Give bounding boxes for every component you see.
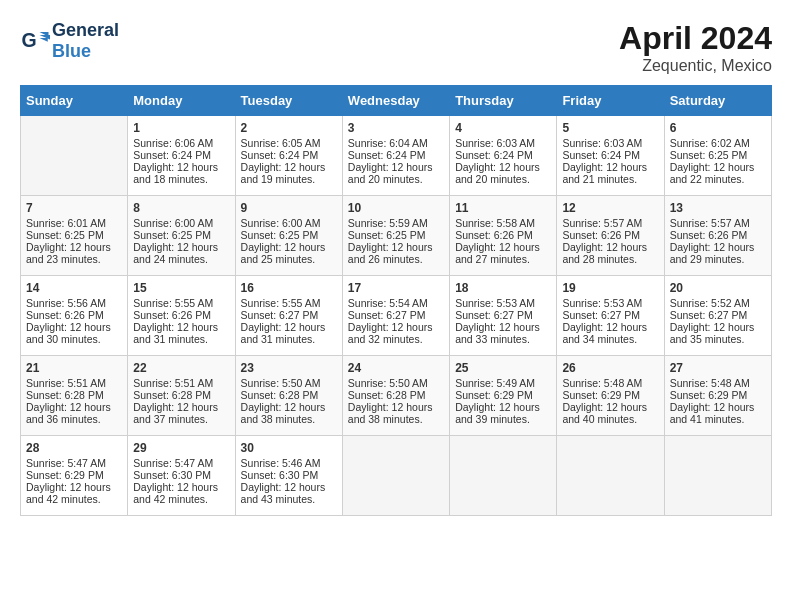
sunset-text: Sunset: 6:26 PM [670,229,748,241]
title-block: April 2024 Zequentic, Mexico [619,20,772,75]
calendar-cell: 24Sunrise: 5:50 AMSunset: 6:28 PMDayligh… [342,356,449,436]
svg-text:G: G [22,29,37,51]
sunset-text: Sunset: 6:26 PM [562,229,640,241]
calendar-cell: 12Sunrise: 5:57 AMSunset: 6:26 PMDayligh… [557,196,664,276]
day-number: 5 [562,121,658,135]
col-header-thursday: Thursday [450,86,557,116]
sunset-text: Sunset: 6:29 PM [455,389,533,401]
col-header-wednesday: Wednesday [342,86,449,116]
daylight-text: Daylight: 12 hours and 22 minutes. [670,161,755,185]
sunrise-text: Sunrise: 6:02 AM [670,137,750,149]
calendar-cell: 27Sunrise: 5:48 AMSunset: 6:29 PMDayligh… [664,356,771,436]
calendar-cell: 9Sunrise: 6:00 AMSunset: 6:25 PMDaylight… [235,196,342,276]
sunrise-text: Sunrise: 5:46 AM [241,457,321,469]
sunrise-text: Sunrise: 5:59 AM [348,217,428,229]
sunrise-text: Sunrise: 5:52 AM [670,297,750,309]
day-number: 23 [241,361,337,375]
sunrise-text: Sunrise: 5:55 AM [133,297,213,309]
calendar-cell: 19Sunrise: 5:53 AMSunset: 6:27 PMDayligh… [557,276,664,356]
calendar-week-row: 28Sunrise: 5:47 AMSunset: 6:29 PMDayligh… [21,436,772,516]
daylight-text: Daylight: 12 hours and 19 minutes. [241,161,326,185]
sunset-text: Sunset: 6:29 PM [670,389,748,401]
day-number: 28 [26,441,122,455]
calendar-cell: 28Sunrise: 5:47 AMSunset: 6:29 PMDayligh… [21,436,128,516]
sunrise-text: Sunrise: 6:00 AM [241,217,321,229]
calendar-cell: 29Sunrise: 5:47 AMSunset: 6:30 PMDayligh… [128,436,235,516]
sunrise-text: Sunrise: 5:54 AM [348,297,428,309]
calendar-cell: 20Sunrise: 5:52 AMSunset: 6:27 PMDayligh… [664,276,771,356]
svg-marker-4 [40,38,48,42]
sunset-text: Sunset: 6:28 PM [133,389,211,401]
sunset-text: Sunset: 6:26 PM [133,309,211,321]
day-number: 18 [455,281,551,295]
sunrise-text: Sunrise: 5:53 AM [562,297,642,309]
daylight-text: Daylight: 12 hours and 21 minutes. [562,161,647,185]
sunset-text: Sunset: 6:30 PM [241,469,319,481]
calendar-cell: 17Sunrise: 5:54 AMSunset: 6:27 PMDayligh… [342,276,449,356]
calendar-cell: 21Sunrise: 5:51 AMSunset: 6:28 PMDayligh… [21,356,128,436]
daylight-text: Daylight: 12 hours and 32 minutes. [348,321,433,345]
sunset-text: Sunset: 6:30 PM [133,469,211,481]
sunset-text: Sunset: 6:24 PM [348,149,426,161]
daylight-text: Daylight: 12 hours and 43 minutes. [241,481,326,505]
daylight-text: Daylight: 12 hours and 20 minutes. [348,161,433,185]
calendar-cell [664,436,771,516]
daylight-text: Daylight: 12 hours and 20 minutes. [455,161,540,185]
sunset-text: Sunset: 6:26 PM [26,309,104,321]
day-number: 1 [133,121,229,135]
calendar-cell [450,436,557,516]
day-number: 30 [241,441,337,455]
calendar-header-row: SundayMondayTuesdayWednesdayThursdayFrid… [21,86,772,116]
daylight-text: Daylight: 12 hours and 24 minutes. [133,241,218,265]
day-number: 2 [241,121,337,135]
day-number: 24 [348,361,444,375]
daylight-text: Daylight: 12 hours and 31 minutes. [241,321,326,345]
sunset-text: Sunset: 6:24 PM [455,149,533,161]
sunrise-text: Sunrise: 5:58 AM [455,217,535,229]
daylight-text: Daylight: 12 hours and 25 minutes. [241,241,326,265]
daylight-text: Daylight: 12 hours and 40 minutes. [562,401,647,425]
daylight-text: Daylight: 12 hours and 23 minutes. [26,241,111,265]
sunrise-text: Sunrise: 5:49 AM [455,377,535,389]
calendar-cell: 25Sunrise: 5:49 AMSunset: 6:29 PMDayligh… [450,356,557,436]
day-number: 17 [348,281,444,295]
calendar-cell: 3Sunrise: 6:04 AMSunset: 6:24 PMDaylight… [342,116,449,196]
calendar-cell: 16Sunrise: 5:55 AMSunset: 6:27 PMDayligh… [235,276,342,356]
sunrise-text: Sunrise: 5:57 AM [670,217,750,229]
sunrise-text: Sunrise: 5:56 AM [26,297,106,309]
day-number: 16 [241,281,337,295]
col-header-friday: Friday [557,86,664,116]
day-number: 8 [133,201,229,215]
sunrise-text: Sunrise: 6:03 AM [562,137,642,149]
calendar-table: SundayMondayTuesdayWednesdayThursdayFrid… [20,85,772,516]
sunset-text: Sunset: 6:27 PM [670,309,748,321]
daylight-text: Daylight: 12 hours and 18 minutes. [133,161,218,185]
page-header: G General Blue April 2024 Zequentic, Mex… [20,20,772,75]
calendar-cell [342,436,449,516]
calendar-cell: 4Sunrise: 6:03 AMSunset: 6:24 PMDaylight… [450,116,557,196]
daylight-text: Daylight: 12 hours and 39 minutes. [455,401,540,425]
daylight-text: Daylight: 12 hours and 31 minutes. [133,321,218,345]
day-number: 12 [562,201,658,215]
page-title: April 2024 [619,20,772,57]
sunrise-text: Sunrise: 5:57 AM [562,217,642,229]
day-number: 11 [455,201,551,215]
calendar-week-row: 21Sunrise: 5:51 AMSunset: 6:28 PMDayligh… [21,356,772,436]
sunset-text: Sunset: 6:25 PM [241,229,319,241]
sunrise-text: Sunrise: 5:53 AM [455,297,535,309]
calendar-week-row: 1Sunrise: 6:06 AMSunset: 6:24 PMDaylight… [21,116,772,196]
sunrise-text: Sunrise: 5:47 AM [26,457,106,469]
daylight-text: Daylight: 12 hours and 36 minutes. [26,401,111,425]
daylight-text: Daylight: 12 hours and 35 minutes. [670,321,755,345]
day-number: 25 [455,361,551,375]
day-number: 29 [133,441,229,455]
col-header-saturday: Saturday [664,86,771,116]
daylight-text: Daylight: 12 hours and 42 minutes. [133,481,218,505]
logo-general-text: General [52,20,119,40]
sunrise-text: Sunrise: 6:01 AM [26,217,106,229]
calendar-cell: 14Sunrise: 5:56 AMSunset: 6:26 PMDayligh… [21,276,128,356]
daylight-text: Daylight: 12 hours and 26 minutes. [348,241,433,265]
sunrise-text: Sunrise: 6:00 AM [133,217,213,229]
day-number: 14 [26,281,122,295]
sunset-text: Sunset: 6:27 PM [241,309,319,321]
